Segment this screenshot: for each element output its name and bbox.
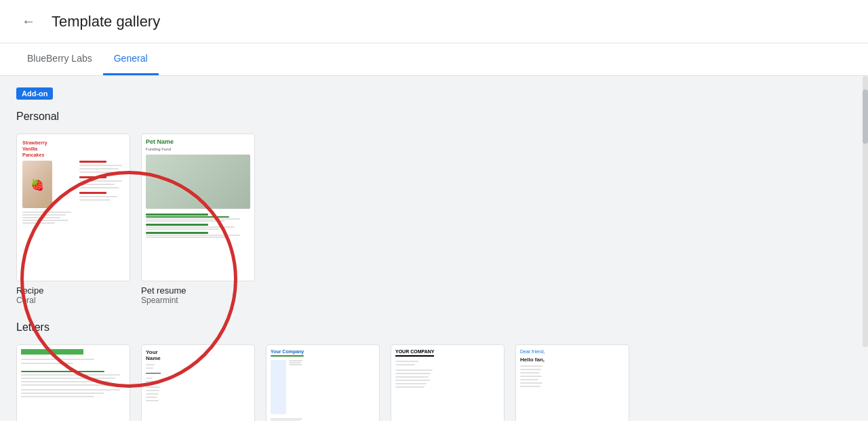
pet-resume-sub: Spearmint xyxy=(141,296,255,305)
template-letter-spearmint[interactable]: Letter Spearmint xyxy=(16,344,130,421)
letter-hello-thumbnail: Dear friend, Hello fan, xyxy=(515,344,629,421)
recipe-label: Recipe xyxy=(16,285,130,296)
letter-spearmint-thumbnail xyxy=(16,344,130,421)
top-bar: ← Template gallery xyxy=(0,0,868,43)
template-recipe[interactable]: StrawberryVanillaPancakes 🍓 xyxy=(16,134,130,305)
section-personal-title: Personal xyxy=(16,111,852,123)
template-letter-classic[interactable]: YourName Letter Classic xyxy=(141,344,255,421)
tab-general[interactable]: General xyxy=(103,43,159,75)
letters-templates-row: Letter Spearmint YourName xyxy=(16,344,852,421)
letter-your-company-thumbnail: Your Company xyxy=(266,344,380,421)
scrollbar-thumb[interactable] xyxy=(863,89,868,144)
letter-modern-thumbnail: YOUR COMPANY xyxy=(391,344,505,421)
pet-resume-thumbnail: Pet Name Funding Fund xyxy=(141,134,255,281)
template-letter-hello[interactable]: Dear friend, Hello fan, Letter Hello xyxy=(515,344,629,421)
template-letter-modern[interactable]: YOUR COMPANY Letter Modern Writer xyxy=(391,344,505,421)
template-pet-resume[interactable]: Pet Name Funding Fund xyxy=(141,134,255,305)
recipe-sub: Coral xyxy=(16,296,130,305)
tab-blueberry[interactable]: BlueBerry Labs xyxy=(16,43,103,75)
page-title: Template gallery xyxy=(52,13,160,31)
section-letters-title: Letters xyxy=(16,321,852,334)
scrollbar[interactable] xyxy=(863,76,868,347)
personal-templates-row: StrawberryVanillaPancakes 🍓 xyxy=(16,134,852,305)
pet-resume-label: Pet resume xyxy=(141,285,255,296)
content-area: Add-on Personal StrawberryVanillaPancake… xyxy=(0,76,868,421)
addon-badge: Add-on xyxy=(16,87,53,100)
letter-classic-thumbnail: YourName xyxy=(141,344,255,421)
tabs-bar: BlueBerry Labs General xyxy=(0,43,868,76)
template-letter-your-company[interactable]: Your Company xyxy=(266,344,380,421)
recipe-thumbnail: StrawberryVanillaPancakes 🍓 xyxy=(16,134,130,281)
back-button[interactable]: ← xyxy=(16,9,41,34)
